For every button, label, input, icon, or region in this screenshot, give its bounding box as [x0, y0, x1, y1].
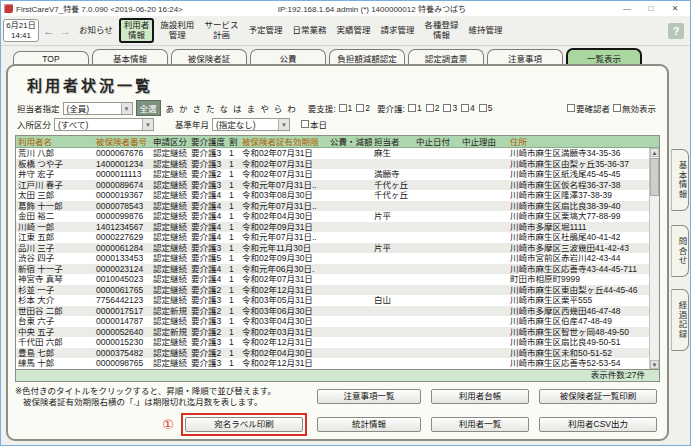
table-row[interactable]: 渋谷 四子0000133453認定継続要介護51令和02年09月30日川崎市宮前… — [16, 253, 649, 264]
nyusho-select[interactable]: (すべて) ▾ — [54, 118, 154, 131]
table-row[interactable]: 世田谷 二郎0000017517認定新規要介護21令和03年06月30日川崎市多… — [16, 306, 649, 317]
forward-arrow-icon[interactable]: → — [58, 25, 73, 37]
side-tab-問合せ[interactable]: 問合せ — [671, 225, 689, 277]
yokaigo-checkbox[interactable]: 2 — [426, 103, 440, 113]
table-row[interactable]: 新宿 十一子0000023124認定継続要介護41令和元年06月30日.川崎市麻… — [16, 264, 649, 275]
table-cell: 0000014787 — [94, 316, 151, 327]
column-header[interactable]: 被保険者番号 — [94, 136, 151, 147]
kana-filter-button[interactable]: は — [231, 104, 245, 114]
table-row[interactable]: 杉本 大介7756442123認定継続要介護31令和03年05月31日白山川崎市… — [16, 295, 649, 306]
column-header[interactable]: 住所 — [508, 136, 659, 147]
vertical-scrollbar[interactable]: ▲ ▼ — [649, 148, 659, 369]
table-row[interactable]: 川崎 一郎1401234567認定継続要介護41令和02年09月31日川崎市多摩… — [16, 222, 649, 233]
column-header[interactable]: 申請区分 — [151, 136, 189, 147]
kana-filter-button[interactable]: あ — [164, 104, 178, 114]
riyosha-csv-button[interactable]: 利用者CSV出力 — [539, 417, 657, 432]
column-header[interactable]: 割 — [227, 136, 240, 147]
column-header[interactable]: 要介護度 — [189, 136, 227, 147]
kana-filter-button[interactable]: た — [204, 104, 218, 114]
riyosha-ichiran-button[interactable]: 利用者一覧 — [431, 417, 529, 432]
table-row[interactable]: 豊島 七郎0000375482認定継続要介護21令和02年04月30日川崎市麻生… — [16, 348, 649, 359]
yokaigo-checkbox[interactable]: 4 — [461, 103, 475, 113]
side-tab-経過記録[interactable]: 経過記録 — [671, 289, 689, 351]
nav-item[interactable]: 各種登録 情報 — [420, 19, 462, 43]
nav-item[interactable]: 予定管理 — [244, 24, 286, 38]
column-header[interactable]: 中止理由 — [460, 136, 508, 147]
kana-filter-button[interactable]: ま — [245, 104, 259, 114]
kana-select-all-button[interactable]: 全選 — [136, 100, 161, 116]
nav-item[interactable]: お知らせ — [75, 24, 117, 38]
tab[interactable]: 注意事項 — [487, 49, 563, 65]
yoshien-checkbox[interactable]: 2 — [356, 103, 370, 113]
table-row[interactable]: 荒川 八郎0000067676認定継続要介護31令和02年07月31日麻生川崎市… — [16, 148, 649, 159]
table-row[interactable]: 太田 三郎0000019367認定継続要介護41令和03年08月30日千代ヶ丘川… — [16, 190, 649, 201]
hihokenshasho-print-button[interactable]: 被保険者証一覧印刷 — [539, 389, 657, 404]
tab[interactable]: 基本情報 — [92, 49, 168, 65]
table-row[interactable]: 品川 三子0000061284認定継続要介護31令和元年11月30日片平川崎市多… — [16, 243, 649, 254]
column-header[interactable]: 担当者 — [372, 136, 414, 147]
scroll-down-icon[interactable]: ▼ — [650, 360, 659, 369]
maximize-button[interactable]: □ — [639, 4, 663, 13]
table-cell — [414, 264, 460, 275]
toukei-joho-button[interactable]: 統計情報 — [317, 417, 421, 432]
table-row[interactable]: 千代田 六郎0000015230認定継続要介護31令和02年12月31日川崎市麻… — [16, 337, 649, 348]
tab[interactable]: TOP — [13, 51, 89, 65]
kana-filter-button[interactable]: ら — [272, 104, 286, 114]
yokaigo-checkbox[interactable]: 3 — [443, 103, 457, 113]
nav-item[interactable]: 利用者 情報 — [119, 18, 155, 44]
table-row[interactable]: 神宮寺 真琴0010045023認定継続要介護41令和02年07月31日町田市相… — [16, 274, 649, 285]
table-row[interactable]: 台東 六子0000014787認定継続要介護31令和03年04月30日川崎市麻生… — [16, 316, 649, 327]
table-row[interactable]: 練馬 十郎0000098765認定継続要介護31令和02年12月31日川崎市麻生… — [16, 358, 649, 369]
yoshien-checkbox[interactable]: 1 — [339, 103, 353, 113]
tab[interactable]: 負担額減額認定 — [329, 49, 405, 65]
kana-filter-button[interactable]: か — [177, 104, 191, 114]
tab[interactable]: 被保険者証 — [171, 49, 247, 65]
minimize-button[interactable]: — — [615, 4, 639, 13]
table-row[interactable]: 江東 五郎0000227629認定継続要介護41令和元年07月31日..川崎市麻… — [16, 232, 649, 243]
nav-item[interactable]: サービス 計画 — [200, 19, 242, 43]
kana-filter-button[interactable]: や — [258, 104, 272, 114]
nav-item[interactable]: 日常業務 — [288, 24, 330, 38]
kana-filter-button[interactable]: さ — [191, 104, 205, 114]
tab[interactable]: 認定調査票 — [408, 49, 484, 65]
kana-filter-button[interactable]: わ — [285, 104, 299, 114]
annotation-circle-1: ① — [162, 418, 174, 431]
tab[interactable]: 公費 — [250, 49, 326, 65]
scrollbar-track[interactable] — [650, 157, 659, 360]
table-row[interactable]: 葛飾 十一郎0000078543認定継続要介護41令和元年07月31日..川崎市… — [16, 201, 649, 212]
chui-jiko-ichiran-button[interactable]: 注意事項一覧 — [317, 389, 421, 404]
checkbox-icon — [479, 104, 487, 112]
column-header[interactable]: 利用者名 — [16, 136, 94, 147]
table-cell: 令和03年06月30日 — [240, 306, 328, 317]
close-button[interactable]: ✕ — [663, 4, 687, 13]
nav-item[interactable]: 請求管理 — [376, 24, 418, 38]
atena-label-print-button[interactable]: 宛名ラベル印刷 — [185, 417, 303, 432]
column-header[interactable]: 被保険者証有効期限 — [240, 136, 328, 147]
nav-item[interactable]: 維持管理 — [464, 24, 506, 38]
table-row[interactable]: 杉並 一子0000061765認定継続要介護21令和02年12月31日川崎市麻生… — [16, 285, 649, 296]
help-icon[interactable]: ? — [668, 23, 684, 39]
scrollbar-thumb[interactable] — [650, 158, 659, 196]
tantosha-select[interactable]: (全員) ▾ — [63, 102, 133, 115]
table-row[interactable]: 板橋 つや子1400001234認定継続要介護31令和02年07月31日川崎市麻… — [16, 159, 649, 170]
back-arrow-icon[interactable]: ← — [41, 25, 56, 37]
side-tab-基本情報[interactable]: 基本情報 — [671, 149, 689, 211]
column-header[interactable]: 公費・減額 — [328, 136, 372, 147]
kana-filter-button[interactable]: な — [218, 104, 232, 114]
riyosha-daicho-button[interactable]: 利用者台帳 — [431, 389, 529, 404]
today-checkbox[interactable]: 本日 — [301, 118, 327, 130]
table-row[interactable]: 金田 裕二0000099876認定継続要介護41令和02年04月30日片平川崎市… — [16, 211, 649, 222]
yokaigo-checkbox[interactable]: 1 — [408, 103, 422, 113]
table-row[interactable]: 井守 宏子0000011113認定継続要介護21令和02年07月31日満願寺川崎… — [16, 169, 649, 180]
tab[interactable]: 一覧表示 — [566, 48, 642, 65]
yokaigo-checkbox[interactable]: 5 — [479, 103, 493, 113]
scroll-up-icon[interactable]: ▲ — [650, 148, 659, 157]
nav-item[interactable]: 実績管理 — [332, 24, 374, 38]
mukou-checkbox[interactable]: 無効表示 — [613, 102, 656, 114]
yokakunin-checkbox[interactable]: 要確認者 — [567, 102, 610, 114]
nav-item[interactable]: 施設利用 管理 — [156, 19, 198, 43]
table-row[interactable]: 江戸川 春子0000089674認定継続要介護31令和元年07月31日..千代ヶ… — [16, 180, 649, 191]
kijun-select[interactable]: (指定なし) ▾ — [212, 118, 290, 131]
table-row[interactable]: 中央 五子0000052640認定新規要介護21令和02年03月31日川崎市麻生… — [16, 327, 649, 338]
column-header[interactable]: 中止日付 — [414, 136, 460, 147]
